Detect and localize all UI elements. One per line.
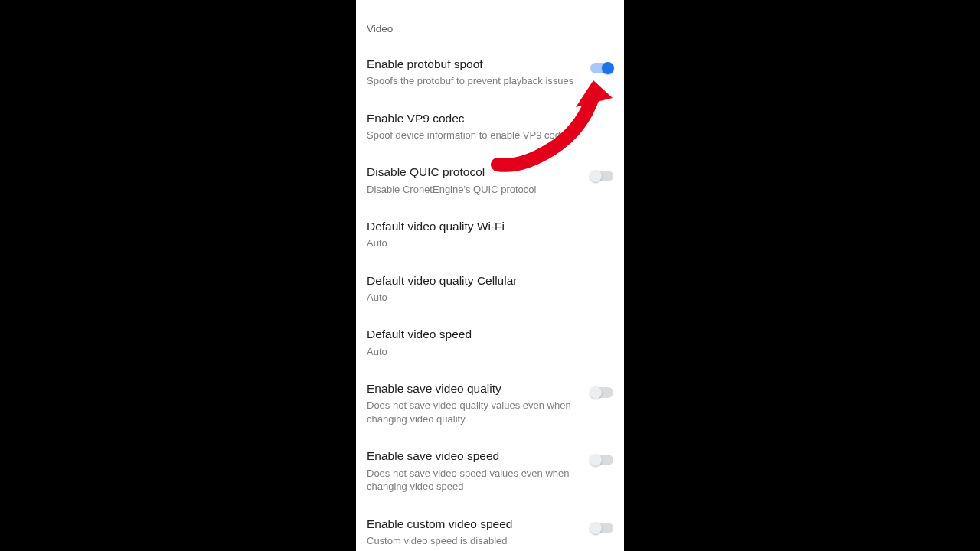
settings-item-title: Enable protobuf spoof bbox=[367, 57, 581, 72]
settings-item[interactable]: Enable save video speedDoes not save vid… bbox=[356, 437, 624, 504]
settings-item-subtitle: Auto bbox=[367, 291, 604, 305]
settings-item[interactable]: Default video quality Wi-FiAuto bbox=[356, 207, 624, 262]
settings-item-title: Default video quality Cellular bbox=[367, 273, 604, 289]
settings-list: Enable protobuf spoofSpoofs the protobuf… bbox=[356, 45, 624, 551]
settings-item-text: Default video speedAuto bbox=[367, 327, 613, 358]
settings-item-title: Default video speed bbox=[367, 327, 604, 342]
settings-item[interactable]: Default video speedAuto bbox=[356, 315, 624, 370]
section-header-video: Video bbox=[356, 0, 624, 45]
toggle-thumb bbox=[590, 386, 602, 399]
settings-item[interactable]: Default video quality CellularAuto bbox=[356, 262, 624, 316]
settings-item-title: Enable custom video speed bbox=[367, 517, 581, 532]
settings-item-subtitle: Does not save video quality values even … bbox=[367, 399, 581, 425]
settings-item-text: Disable QUIC protocolDisable CronetEngin… bbox=[367, 165, 590, 196]
settings-item[interactable]: Enable save video qualityDoes not save v… bbox=[356, 370, 624, 437]
settings-item-subtitle: Spoofs the protobuf to prevent playback … bbox=[367, 74, 581, 88]
settings-item-title: Default video quality Wi-Fi bbox=[367, 219, 604, 234]
settings-item-text: Enable save video qualityDoes not save v… bbox=[367, 381, 590, 425]
settings-item-title: Enable VP9 codec bbox=[367, 111, 581, 126]
settings-item-text: Enable save video speedDoes not save vid… bbox=[367, 448, 590, 493]
toggle-switch[interactable] bbox=[590, 455, 613, 465]
toggle-switch[interactable] bbox=[590, 523, 613, 533]
settings-item[interactable]: Enable custom video speedCustom video sp… bbox=[356, 505, 624, 551]
settings-item-text: Default video quality CellularAuto bbox=[367, 273, 613, 305]
settings-item-title: Enable save video speed bbox=[367, 448, 581, 464]
settings-item-subtitle: Disable CronetEngine's QUIC protocol bbox=[367, 183, 581, 197]
settings-item-title: Enable save video quality bbox=[367, 381, 581, 396]
settings-item-subtitle: Auto bbox=[367, 236, 604, 250]
toggle-switch[interactable] bbox=[590, 387, 613, 398]
settings-item[interactable]: Enable protobuf spoofSpoofs the protobuf… bbox=[356, 45, 624, 99]
settings-item[interactable]: Enable VP9 codecSpoof device information… bbox=[356, 99, 624, 154]
toggle-thumb bbox=[590, 522, 602, 534]
settings-item-text: Enable custom video speedCustom video sp… bbox=[367, 517, 590, 548]
toggle-switch[interactable] bbox=[590, 171, 613, 181]
settings-item-subtitle: Auto bbox=[367, 345, 604, 359]
settings-item-text: Default video quality Wi-FiAuto bbox=[367, 219, 613, 250]
settings-item-text: Enable VP9 codecSpoof device information… bbox=[367, 111, 590, 142]
settings-item-subtitle: Custom video speed is disabled bbox=[367, 534, 581, 548]
settings-item-subtitle: Does not save video speed values even wh… bbox=[367, 467, 581, 494]
toggle-switch[interactable] bbox=[590, 63, 613, 73]
settings-item-text: Enable protobuf spoofSpoofs the protobuf… bbox=[367, 57, 590, 88]
settings-item-subtitle: Spoof device information to enable VP9 c… bbox=[367, 129, 581, 142]
settings-item[interactable]: Disable QUIC protocolDisable CronetEngin… bbox=[356, 153, 624, 207]
settings-item-title: Disable QUIC protocol bbox=[367, 165, 581, 180]
toggle-thumb bbox=[602, 62, 614, 74]
settings-panel: Video Enable protobuf spoofSpoofs the pr… bbox=[356, 0, 624, 551]
